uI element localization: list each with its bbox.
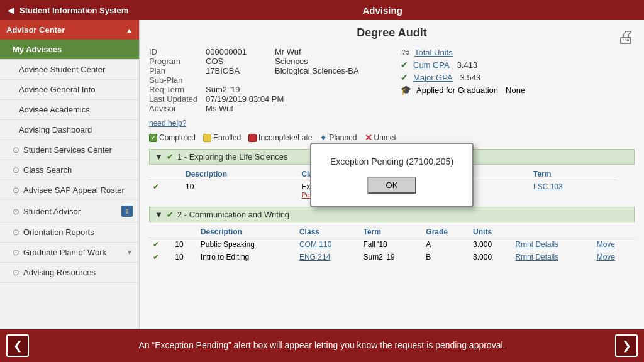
sidebar-item-advising-resources[interactable]: ⊙ Advising Resources xyxy=(0,263,139,283)
student-advisor-icon: ⊙ xyxy=(13,207,19,216)
orientation-icon: ⊙ xyxy=(13,228,19,237)
sidebar-label-advisee-academics: Advisee Academics xyxy=(19,105,90,114)
sidebar-label-advisee-general-info: Advisee General Info xyxy=(19,85,95,94)
sidebar-item-advising-dashboard[interactable]: Advising Dashboard xyxy=(0,120,139,140)
graduate-plan-chevron: ▼ xyxy=(126,249,133,256)
sidebar-label-my-advisees: My Advisees xyxy=(13,45,62,54)
sidebar: Advisor Center ▲ My Advisees Advisee Stu… xyxy=(0,20,140,329)
sidebar-label-student-advisor: Student Advisor xyxy=(23,207,80,216)
sidebar-label-advising-dashboard: Advising Dashboard xyxy=(19,125,92,134)
class-search-icon: ⊙ xyxy=(13,165,19,175)
main-layout: Advisor Center ▲ My Advisees Advisee Stu… xyxy=(0,20,644,329)
dialog-box: Exception Pending (27100,205) OK xyxy=(310,143,474,207)
advising-resources-icon: ⊙ xyxy=(13,268,19,277)
sidebar-label-orientation-reports: Orientation Reports xyxy=(23,228,94,237)
bottom-bar: ❮ An “Exception Pending” alert box will … xyxy=(0,329,644,362)
sidebar-label-graduate-plan: Graduate Plan of Work xyxy=(23,248,106,257)
services-center-icon: ⊙ xyxy=(13,145,19,155)
bottom-bar-text: An “Exception Pending” alert box will ap… xyxy=(35,339,609,352)
dialog-ok-button[interactable]: OK xyxy=(367,177,417,194)
sidebar-label-advising-resources: Advising Resources xyxy=(23,268,96,277)
main-content: Degree Audit 🖨 ID 000000001 Mr Wuf Progr… xyxy=(140,20,644,329)
back-button[interactable]: ◀ xyxy=(8,5,14,15)
student-advisor-badge: II xyxy=(121,206,133,217)
sidebar-item-advisee-academics[interactable]: Advisee Academics xyxy=(0,100,139,120)
next-arrow-button[interactable]: ❯ xyxy=(615,334,638,357)
prev-arrow-button[interactable]: ❮ xyxy=(6,334,29,357)
sidebar-label-advisee-student-center: Advisee Student Center xyxy=(19,65,105,74)
sidebar-chevron: ▲ xyxy=(126,26,133,34)
sidebar-item-graduate-plan[interactable]: ⊙ Graduate Plan of Work ▼ xyxy=(0,243,139,263)
sidebar-section-label: Advisor Center xyxy=(6,25,65,35)
sidebar-item-student-services-center[interactable]: ⊙ Student Services Center xyxy=(0,140,139,160)
sidebar-item-orientation-reports[interactable]: ⊙ Orientation Reports xyxy=(0,222,139,243)
sidebar-label-advisee-sap-appeal: Advisee SAP Appeal Roster xyxy=(23,185,125,195)
dialog-overlay: Exception Pending (27100,205) OK xyxy=(140,20,644,329)
sidebar-item-student-advisor[interactable]: ⊙ Student Advisor II xyxy=(0,200,139,222)
graduate-plan-icon: ⊙ xyxy=(13,248,19,257)
sidebar-item-advisee-student-center[interactable]: Advisee Student Center xyxy=(0,60,139,80)
sidebar-item-advisee-general-info[interactable]: Advisee General Info xyxy=(0,80,139,100)
sidebar-label-class-search: Class Search xyxy=(23,165,72,175)
sidebar-item-my-advisees[interactable]: My Advisees xyxy=(0,40,139,60)
system-title: Student Information System xyxy=(19,6,128,15)
dialog-message: Exception Pending (27100,205) xyxy=(330,156,453,167)
top-header: ◀ Student Information System Advising xyxy=(0,0,644,20)
sidebar-item-class-search[interactable]: ⊙ Class Search xyxy=(0,160,139,180)
sidebar-section-advisor-center[interactable]: Advisor Center ▲ xyxy=(0,20,139,40)
sidebar-item-advisee-sap-appeal[interactable]: ⊙ Advisee SAP Appeal Roster xyxy=(0,180,139,200)
sap-appeal-icon: ⊙ xyxy=(13,185,19,195)
sidebar-label-student-services-center: Student Services Center xyxy=(23,145,112,155)
advising-title: Advising xyxy=(128,5,636,16)
